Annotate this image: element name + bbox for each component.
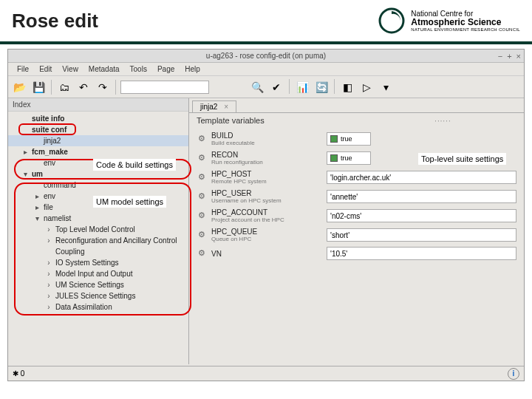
address-field[interactable] [120,81,209,94]
explorer-icon[interactable]: 🗂 [56,79,72,95]
panel-title: Template variables [189,113,524,128]
status-info-icon[interactable]: i [508,368,519,380]
main-panel: jinja2 × Template variables ' ' ' ' ' ' … [189,98,524,364]
minimize-icon[interactable]: − [498,52,502,61]
tree-item[interactable]: command [8,180,188,191]
menu-file[interactable]: File [13,65,33,73]
app-window: u-ag263 - rose config-edit (on puma) − +… [7,49,525,381]
gear-icon[interactable]: ⚙ [197,230,207,240]
search-icon[interactable]: 🔍 [249,79,265,95]
gear-icon[interactable]: ⚙ [197,211,207,221]
form-row: ⚙BUILDBuild executabletrue [197,129,516,149]
sidebar-header: Index [8,98,188,112]
tree-item[interactable]: suite conf [8,124,188,135]
text-field[interactable]: '10.5' [327,247,516,260]
menu-help[interactable]: Help [180,65,205,73]
open-icon[interactable]: 📂 [11,79,27,95]
tree-item[interactable]: Coupling [8,246,188,257]
annot-top-level: Top-level suite settings [418,153,506,165]
dropdown-icon[interactable]: ▾ [378,79,394,95]
text-field[interactable]: 'login.archer.ac.uk' [327,171,516,184]
formatting-marks: ' ' ' ' ' ' [435,119,450,126]
colour-icon[interactable]: ◧ [339,79,355,95]
menu-view[interactable]: View [58,65,83,73]
tab-row: jinja2 × [189,98,524,113]
close-icon[interactable]: × [516,52,521,61]
slide-header: Rose edit National Centre for Atmospheri… [0,0,532,44]
tree-arrow-icon: › [45,225,52,233]
titlebar: u-ag263 - rose config-edit (on puma) − +… [8,50,524,63]
save-icon[interactable]: 💾 [30,79,47,95]
gear-icon[interactable]: ⚙ [197,248,207,259]
form-panel: ⚙BUILDBuild executabletrue⚙RECONRun reco… [189,128,524,264]
text-field[interactable]: 'annette' [327,190,516,203]
slide-title: Rose edit [12,10,98,33]
sidebar-tree: suite infosuite confjinja2▸fcm_makeenv▾u… [8,112,188,314]
gear-icon[interactable]: ⚙ [197,172,207,183]
toolbar: 📂 💾 🗂 ↶ ↷ 🔍 ✔ 📊 🔄 ◧ ▷ ▾ [8,76,524,98]
menubar: FileEditViewMetadataToolsPageHelp [8,63,524,76]
refresh-icon[interactable]: 🔄 [313,79,330,95]
graph-icon[interactable]: 📊 [294,79,310,95]
tree-item[interactable]: ›Top Level Model Control [8,224,188,235]
tree-arrow-icon: ▾ [21,170,29,178]
tree-item[interactable]: jinja2 [8,135,188,146]
tree-item[interactable]: suite info [8,113,188,124]
form-row: ⚙HPC_ACCOUNTProject account on the HPC'n… [197,206,516,225]
tree-item[interactable]: ›IO System Settings [8,257,188,268]
ncas-logo: National Centre for Atmospheric Science … [378,7,520,34]
tree-item[interactable]: ›UM Science Settings [8,279,188,290]
tree-item[interactable]: ▸fcm_make [8,146,188,157]
tree-arrow-icon: ▸ [21,148,29,156]
tree-item[interactable]: ▾namelist [8,213,188,224]
tree-arrow-icon: › [45,281,52,289]
redo-icon[interactable]: ↷ [95,79,111,95]
checkbox-field[interactable]: true [327,132,371,146]
validate-icon[interactable]: ✔ [268,79,284,95]
statusbar: ✱ 0 i [8,366,524,381]
status-count-icon: ✱ [13,369,18,378]
tree-arrow-icon: ▸ [33,203,41,211]
tree-arrow-icon: ▾ [33,214,41,222]
tree-arrow-icon: › [45,236,52,245]
logo-swirl-icon [378,7,405,34]
tree-arrow-icon: › [45,292,52,300]
gear-icon[interactable]: ⚙ [197,153,207,163]
menu-metadata[interactable]: Metadata [84,65,124,73]
annot-code-build: Code & build settings [93,159,176,171]
sidebar: Index suite infosuite confjinja2▸fcm_mak… [8,98,189,364]
form-row: ⚙VN'10.5' [197,245,516,262]
tree-arrow-icon: ▸ [33,192,41,200]
tree-arrow-icon: › [45,270,52,278]
text-field[interactable]: 'n02-cms' [327,209,516,222]
gear-icon[interactable]: ⚙ [197,134,207,144]
tree-arrow-icon: › [45,259,52,267]
window-title: u-ag263 - rose config-edit (on puma) [206,52,326,60]
form-row: ⚙HPC_HOSTRemote HPC system'login.archer.… [197,168,516,187]
tab-close-icon[interactable]: × [224,103,228,111]
form-row: ⚙HPC_USERUsername on HPC system'annette' [197,187,516,206]
maximize-icon[interactable]: + [507,52,511,61]
menu-edit[interactable]: Edit [35,65,56,73]
gear-icon[interactable]: ⚙ [197,191,207,202]
annot-um-model: UM model settings [93,196,166,208]
menu-tools[interactable]: Tools [126,65,151,73]
tree-arrow-icon: › [45,303,52,311]
tree-item[interactable]: ›Reconfiguration and Ancillary Control [8,235,188,246]
tab-jinja2[interactable]: jinja2 × [192,100,236,112]
tree-item[interactable]: ›JULES Science Settings [8,290,188,301]
tree-item[interactable]: ›Data Assimilation [8,301,188,313]
tree-item[interactable]: ›Model Input and Output [8,268,188,279]
undo-icon[interactable]: ↶ [75,79,92,95]
checkbox-field[interactable]: true [327,151,371,165]
text-field[interactable]: 'short' [327,228,516,242]
form-row: ⚙HPC_QUEUEQueue on HPC'short' [197,225,516,245]
run-icon[interactable]: ▷ [358,79,375,95]
menu-page[interactable]: Page [153,65,179,73]
